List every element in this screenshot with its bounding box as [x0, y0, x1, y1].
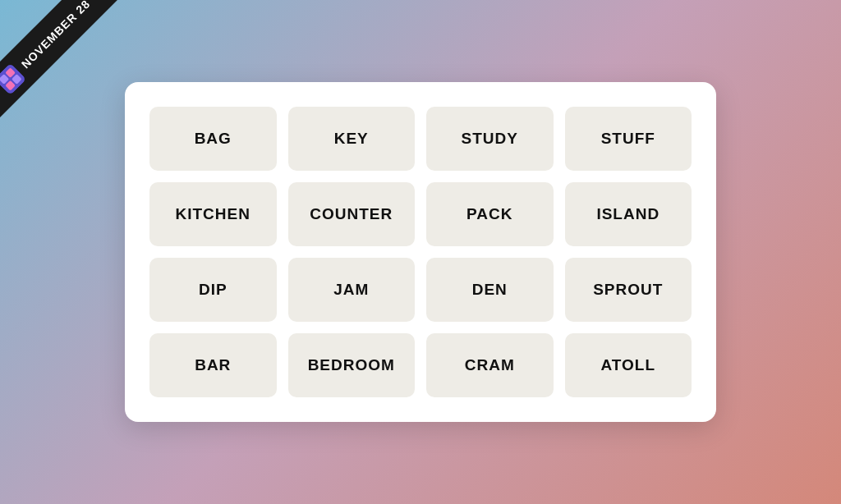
tile-label-study: STUDY	[462, 130, 518, 148]
tile-label-atoll: ATOLL	[600, 356, 655, 374]
tile-sprout[interactable]: SPROUT	[565, 258, 692, 322]
tile-bedroom[interactable]: BEDROOM	[288, 333, 416, 397]
tile-dip[interactable]: DIP	[149, 258, 277, 322]
tile-label-bar: BAR	[195, 356, 231, 374]
word-grid: BAGKEYSTUDYSTUFFKITCHENCOUNTERPACKISLAND…	[149, 107, 692, 397]
tile-island[interactable]: ISLAND	[565, 182, 692, 246]
tile-label-kitchen: KITCHEN	[176, 205, 250, 223]
tile-atoll[interactable]: ATOLL	[565, 333, 692, 397]
tile-bar[interactable]: BAR	[149, 333, 277, 397]
tile-stuff[interactable]: STUFF	[565, 107, 692, 171]
tile-label-dip: DIP	[199, 281, 227, 299]
tile-label-sprout: SPROUT	[593, 281, 663, 299]
tile-label-key: KEY	[334, 130, 369, 148]
tile-bag[interactable]: BAG	[149, 107, 277, 171]
tile-jam[interactable]: JAM	[288, 258, 416, 322]
tile-label-den: DEN	[472, 281, 508, 299]
tile-study[interactable]: STUDY	[426, 107, 554, 171]
tile-label-jam: JAM	[333, 281, 369, 299]
word-grid-panel: BAGKEYSTUDYSTUFFKITCHENCOUNTERPACKISLAND…	[125, 82, 716, 422]
tile-label-bedroom: BEDROOM	[308, 356, 395, 374]
tile-counter[interactable]: COUNTER	[288, 182, 416, 246]
tile-cram[interactable]: CRAM	[426, 333, 554, 397]
tile-key[interactable]: KEY	[288, 107, 416, 171]
tile-den[interactable]: DEN	[426, 258, 554, 322]
banner-date: NOVEMBER 28	[19, 0, 93, 71]
tile-kitchen[interactable]: KITCHEN	[149, 182, 277, 246]
tile-label-bag: BAG	[195, 130, 232, 148]
tile-label-stuff: STUFF	[601, 130, 655, 148]
tile-label-pack: PACK	[466, 205, 512, 223]
app-icon	[0, 62, 27, 95]
tile-label-cram: CRAM	[465, 356, 515, 374]
tile-label-island: ISLAND	[596, 205, 659, 223]
tile-pack[interactable]: PACK	[426, 182, 554, 246]
corner-banner: NOVEMBER 28	[0, 0, 164, 164]
tile-label-counter: COUNTER	[310, 205, 393, 223]
